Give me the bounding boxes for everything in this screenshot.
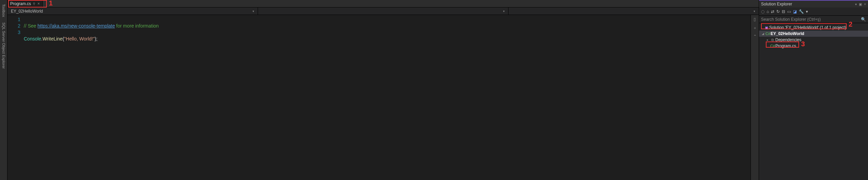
line-number: 3 [7,29,20,36]
code-body[interactable]: // See https://aka.ms/new-console-templa… [24,15,751,180]
left-tool-rail: Toolbox SQL Server Object Explorer [0,0,7,180]
code-text: for more information [115,23,159,29]
close-icon[interactable]: × [37,1,40,6]
code-editor[interactable]: 1 2 3 // See https://aka.ms/new-console-… [7,15,759,180]
panel-title: Solution Explorer [761,2,792,6]
code-text: ); [95,36,98,42]
code-text: Console [24,36,41,42]
line-number: 1 [7,16,20,23]
code-link[interactable]: https://aka.ms/new-console-template [37,23,115,29]
add-icon[interactable]: ＋ [753,25,757,31]
tree-label: Dependencies [775,37,801,42]
solution-explorer-panel: Solution Explorer ▾ ▣ × ◌ ⌂ ⇄ ↻ ⊟ ▭ ◪ 🔧 … [759,0,868,180]
scope-label: EY_02HelloWorld [11,9,43,14]
properties-icon[interactable]: ◪ [793,9,797,14]
tab-program-cs[interactable]: Program.cs ⚲ × [7,0,43,7]
back-icon[interactable]: ◌ [761,9,764,14]
dependencies-node[interactable]: ▸ ⧉ Dependencies [759,37,868,43]
refresh-icon[interactable]: ↻ [776,9,780,14]
split-icon[interactable]: ▯ [754,16,756,23]
csharp-file-icon: C# [770,44,775,48]
twisty-icon[interactable]: ◢ [760,32,765,35]
close-panel-icon[interactable]: × [864,2,866,6]
code-text: "Hello, World!" [64,36,95,42]
collapse-icon[interactable]: ⌃ [753,33,757,40]
toolbox-tab[interactable]: Toolbox [1,1,6,20]
chevron-down-icon: ▾ [253,10,254,13]
line-gutter: 1 2 3 [7,15,24,180]
tree-label: EY_02HelloWorld [771,31,804,36]
twisty-icon[interactable]: ▸ [765,38,770,42]
search-input[interactable] [761,17,861,22]
solution-explorer-toolbar: ◌ ⌂ ⇄ ↻ ⊟ ▭ ◪ 🔧 ▾ [759,7,868,16]
chevron-down-icon: ▾ [754,10,755,13]
showall-icon[interactable]: ▭ [787,9,791,14]
solution-node[interactable]: ▣ Solution 'EY_02HelloWorld' (1 of 1 pro… [759,24,868,31]
editor-side-gutter: ▯ ＋ ⌃ [751,15,759,180]
pin-icon[interactable]: ⚲ [33,2,35,5]
solution-icon: ▣ [764,26,769,30]
sql-explorer-tab[interactable]: SQL Server Object Explorer [1,20,6,71]
document-tabbar: Program.cs ⚲ × [7,0,759,7]
editor-area: Program.cs ⚲ × EY_02HelloWorld ▾ ▾ ▾ 1 2… [7,0,759,180]
type-dropdown[interactable]: ▾ [258,7,509,15]
sync-icon[interactable]: ⇄ [771,9,774,14]
home-icon[interactable]: ⌂ [767,9,769,14]
solution-explorer-title-bar[interactable]: Solution Explorer ▾ ▣ × [759,0,868,7]
tab-label: Program.cs [10,1,31,6]
code-nav-bar: EY_02HelloWorld ▾ ▾ ▾ [7,7,759,15]
code-text: // See [24,23,37,29]
code-text: WriteLine [42,36,62,42]
pin-icon[interactable]: ▣ [859,2,862,6]
tree-label: Program.cs [775,44,796,48]
solution-explorer-search[interactable]: 🔍 [759,16,868,23]
collapse-icon[interactable]: ⊟ [782,9,785,14]
project-node[interactable]: ◢ C# EY_02HelloWorld [759,31,868,37]
csharp-project-icon: C# [765,32,771,36]
scope-dropdown[interactable]: EY_02HelloWorld ▾ [7,7,258,15]
dependencies-icon: ⧉ [770,38,775,42]
chevron-down-icon: ▾ [503,10,505,13]
window-menu-icon[interactable]: ▾ [855,2,857,6]
line-number: 2 [7,23,20,29]
member-dropdown[interactable]: ▾ [509,7,759,15]
wrench-icon[interactable]: 🔧 [799,9,804,14]
solution-tree: ▣ Solution 'EY_02HelloWorld' (1 of 1 pro… [759,23,868,50]
search-icon[interactable]: 🔍 [861,17,866,22]
file-node-program-cs[interactable]: C# Program.cs [759,43,868,49]
more-icon[interactable]: ▾ [806,9,808,14]
tree-label: Solution 'EY_02HelloWorld' (1 of 1 proje… [769,25,846,30]
